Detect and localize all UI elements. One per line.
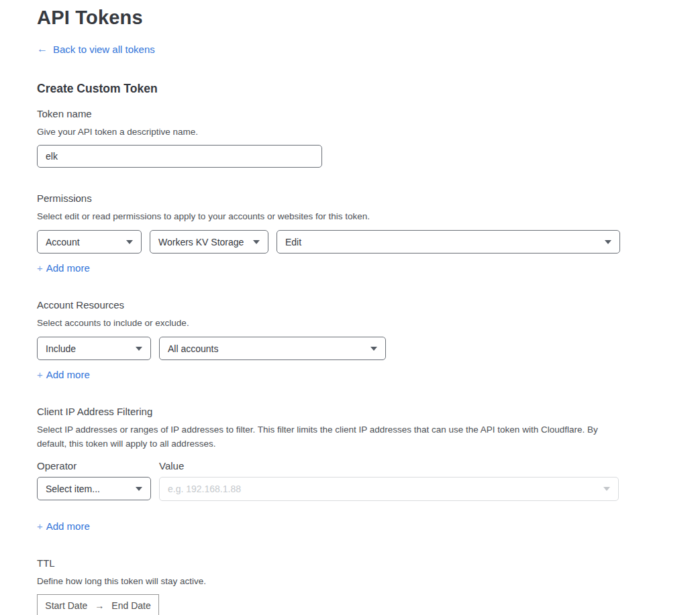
add-more-label: Add more: [46, 262, 90, 274]
start-date-label: Start Date: [45, 600, 87, 611]
chevron-down-icon: [136, 487, 142, 491]
permission-access-value: Edit: [285, 237, 301, 247]
chevron-down-icon: [603, 487, 610, 491]
chevron-down-icon: [136, 347, 142, 351]
ip-filtering-row: Select item...: [37, 477, 700, 501]
ip-filtering-column-labels: Operator Value: [37, 460, 700, 471]
account-mode-value: Include: [46, 343, 76, 354]
add-more-label: Add more: [46, 369, 90, 380]
back-arrow-icon: ←: [37, 43, 48, 55]
end-date-label: End Date: [111, 600, 150, 611]
accounts-value: All accounts: [168, 343, 218, 354]
token-name-section: Token name Give your API token a descrip…: [37, 108, 700, 168]
ip-filtering-section: Client IP Address Filtering Select IP ad…: [37, 406, 700, 533]
ttl-description: Define how long this token will stay act…: [37, 574, 611, 588]
ip-filtering-add-more-link[interactable]: + Add more: [37, 520, 90, 532]
chevron-down-icon: [253, 240, 260, 244]
page-title: API Tokens: [37, 7, 700, 29]
accounts-select[interactable]: All accounts: [159, 337, 386, 360]
ip-filtering-description: Select IP addresses or ranges of IP addr…: [37, 423, 611, 451]
permissions-label: Permissions: [37, 192, 700, 204]
permission-access-select[interactable]: Edit: [277, 230, 620, 254]
back-to-tokens-link[interactable]: ← Back to view all tokens: [37, 43, 155, 55]
permissions-row: Account Workers KV Storage Edit: [37, 230, 700, 254]
chevron-down-icon: [370, 347, 377, 351]
ttl-label: TTL: [37, 557, 700, 569]
account-resources-label: Account Resources: [37, 299, 700, 311]
token-name-description: Give your API token a descriptive name.: [37, 125, 611, 139]
form-title: Create Custom Token: [37, 82, 700, 96]
permission-scope-value: Account: [46, 237, 80, 247]
add-more-label: Add more: [46, 520, 90, 532]
account-resources-section: Account Resources Select accounts to inc…: [37, 299, 700, 381]
token-name-input[interactable]: [37, 145, 322, 168]
plus-icon: +: [37, 369, 43, 380]
chevron-down-icon: [126, 240, 133, 244]
ttl-section: TTL Define how long this token will stay…: [37, 557, 700, 615]
ip-value-field[interactable]: [159, 477, 619, 501]
account-resources-add-more-link[interactable]: + Add more: [37, 369, 90, 380]
token-name-label: Token name: [37, 108, 700, 119]
account-resources-description: Select accounts to include or exclude.: [37, 316, 611, 330]
permissions-add-more-link[interactable]: + Add more: [37, 262, 90, 274]
chevron-down-icon: [605, 240, 611, 244]
permission-service-select[interactable]: Workers KV Storage: [150, 230, 268, 254]
ip-operator-value: Select item...: [46, 484, 100, 494]
page-content: API Tokens ← Back to view all tokens Cre…: [0, 0, 700, 615]
date-range-picker[interactable]: Start Date → End Date: [37, 594, 159, 615]
value-label: Value: [159, 460, 184, 471]
permission-service-value: Workers KV Storage: [158, 237, 244, 247]
permissions-section: Permissions Select edit or read permissi…: [37, 192, 700, 274]
operator-label: Operator: [37, 460, 159, 471]
plus-icon: +: [37, 520, 43, 532]
permissions-description: Select edit or read permissions to apply…: [37, 209, 611, 223]
ip-value-input[interactable]: [168, 484, 595, 494]
arrow-right-icon: →: [95, 600, 104, 611]
back-link-label: Back to view all tokens: [53, 44, 155, 55]
plus-icon: +: [37, 262, 43, 274]
account-mode-select[interactable]: Include: [37, 337, 151, 360]
permission-scope-select[interactable]: Account: [37, 230, 142, 254]
account-resources-row: Include All accounts: [37, 337, 700, 360]
ip-filtering-label: Client IP Address Filtering: [37, 406, 700, 417]
ip-operator-select[interactable]: Select item...: [37, 477, 151, 500]
